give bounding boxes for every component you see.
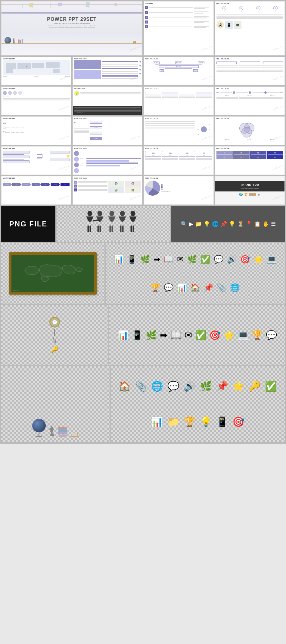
float-icon-7: 🌿 <box>187 255 197 264</box>
contents-item-5: 05 <box>145 25 212 28</box>
float-icon-8: ✅ <box>201 255 210 264</box>
svg-marker-15 <box>49 425 54 436</box>
float-icon-18: 📌 <box>204 283 213 292</box>
floating-icons-panel: 📊 📱 🌿 ➡ 📖 ✉ 🌿 ✅ 💬 🔊 🎯 ⭐ 💻 🏆 💬 📊 🏠 📌 📎 🌐 <box>106 243 285 304</box>
more-icon-13: 🏆 <box>184 416 196 428</box>
icon-clip: 📋 <box>254 221 261 227</box>
more-icon-8: ⭐ <box>232 380 244 392</box>
hero-slide-thumb[interactable]: POWER PPT 29SET Insert my subtitle or ma… <box>1 1 142 55</box>
arrows-slide: ADD A TITLE SLIDE ADD TEXT → ADD TEXT → … <box>215 57 285 85</box>
org-chart-slide: ADD A TITLE SLIDE TOPIC 1 TOPIC 2 TOPIC … <box>1 146 71 175</box>
green-3d-icons-panel: 📊 📱 🌿 ➡ 📖 ✉ ✅ 🎯 ⭐ 💻 🏆 💬 <box>109 305 285 365</box>
svg-rect-7 <box>110 226 111 232</box>
float-icon-9: 💬 <box>214 255 223 264</box>
svg-rect-5 <box>100 226 101 232</box>
svg-rect-8 <box>112 226 113 232</box>
g3d-icon-2: 📱 <box>132 330 143 340</box>
more-icon-11: 📊 <box>151 416 163 428</box>
float-icon-16: 📊 <box>177 283 187 292</box>
icon-globe: 🌐 <box>212 221 219 227</box>
icons-dark-panel: 🔍 ▶ 📁 💡 🌐 📌 💡 ⏳ 📍 📋 ✋ ☰ <box>171 206 285 242</box>
svg-point-9 <box>120 211 125 216</box>
more-icon-15: 📱 <box>216 416 228 428</box>
svg-point-12 <box>131 211 135 216</box>
step-item-2: 02 ADD TEXT ADD TEXT ADD TEXT ADD TEXT <box>3 126 70 129</box>
hero-title: POWER PPT 29SET <box>2 17 142 22</box>
png-row2: asadal.com 📊 📱 🌿 ➡ 📖 ✉ 🌿 ✅ 💬 🔊 🎯 ⭐ 💻 🏆 💬… <box>0 243 286 305</box>
step-bar-slide: ADD A TITLE SLIDE STEP 1 STEP 2 STEP 3 S… <box>1 176 71 205</box>
float-icon-5: 📖 <box>164 255 173 264</box>
icon-timer: ⏳ <box>237 221 244 227</box>
contents-item-3: 03 <box>145 16 212 19</box>
colored-blocks-slide: ADD A TITLE SLIDE 01 text more 02 text m… <box>215 146 285 175</box>
g3d-icon-7: ✅ <box>195 330 206 340</box>
float-icon-3: 🌿 <box>140 255 150 264</box>
page-wrapper: POWER PPT 29SET Insert my subtitle or ma… <box>0 0 286 444</box>
float-icon-19: 📎 <box>217 283 226 292</box>
icon-folder: 📁 <box>195 221 202 227</box>
svg-rect-10 <box>120 226 122 232</box>
float-icon-6: ✉ <box>177 255 184 264</box>
timeline-slide: ADD A TITLE SLIDE ADD TEXT ADD TEXT ADD … <box>144 87 214 115</box>
icon-bulb: 💡 <box>204 221 210 227</box>
quote-slide: ADD A TITLE SLIDE " ADD TEXT ADD TEXT <box>73 116 143 145</box>
png-label: PNG FILE <box>9 220 48 228</box>
hexagon-slide: ADD A TITLE SLIDE 01 02 03 04 asadal.com <box>1 87 71 115</box>
thankyou-slide: THANK YOU Insert my subtitle or main aut… <box>215 176 285 205</box>
svg-rect-4 <box>98 226 99 232</box>
png-section: PNG FILE <box>0 206 286 243</box>
more-icon-2: 📎 <box>135 380 147 392</box>
float-icon-12: ⭐ <box>253 255 263 264</box>
float-icon-14: 🏆 <box>151 283 160 292</box>
more-icon-1: 🏠 <box>119 380 131 392</box>
silhouettes-panel <box>57 206 170 242</box>
contents-slide: Contents 01 02 03 04 <box>144 1 214 55</box>
g3d-icon-11: 🏆 <box>252 330 263 340</box>
numbered-images-slide: ADD A TITLE SLIDE 01 02 03 <box>73 176 143 205</box>
g3d-icon-9: ⭐ <box>223 330 235 340</box>
contents-item-2: 02 <box>145 11 212 14</box>
watermark-contents: asadal.com <box>201 45 212 51</box>
clock-objects-panel: 🕐 🔑 <box>1 305 108 365</box>
g3d-icon-8: 🎯 <box>209 330 220 340</box>
thankyou-subtitle: Insert my subtitle or main author's name… <box>241 188 259 189</box>
more-icon-12: 📁 <box>167 416 179 428</box>
process-slide: ADD A TITLE SLIDE START FINISH ADD TEXT … <box>215 87 285 115</box>
float-icon-1: 📊 <box>114 255 123 264</box>
more-icon-16: 🎯 <box>232 416 244 428</box>
float-icon-10: 🔊 <box>227 255 237 264</box>
eiffel-svg <box>49 425 55 437</box>
svg-rect-2 <box>90 226 91 232</box>
float-icon-13: 💻 <box>267 255 276 264</box>
icon-box-4: ⊗ 04 <box>273 6 278 12</box>
silhouettes-svg <box>59 209 168 239</box>
png-label-box: PNG FILE <box>1 206 55 242</box>
contents-item-1: 01 <box>145 6 212 9</box>
icon-play: ▶ <box>189 221 193 227</box>
bulb-banner-slide: ADD A TITLE SLIDE 💡 asadal INTERNET,INC.… <box>73 87 143 115</box>
icon-share: ☰ <box>271 221 276 227</box>
icon-hand: ✋ <box>263 221 269 227</box>
slide-label-1: ADD A TITLE SLIDE <box>216 3 284 4</box>
numbered-boxes-slide: ADD A TITLE SLIDE ADD TEXT ADD TEXT ADD … <box>144 57 214 85</box>
icon-idea: 💡 <box>229 221 235 227</box>
blackboard-map-svg <box>15 260 90 288</box>
more-icon-9: 🔑 <box>249 380 261 392</box>
icon-search: 🔍 <box>181 221 187 227</box>
icon-box-1: ⊙ 01 <box>222 6 226 12</box>
more-icons-panel: 🏠 📎 🌐 💬 🔊 🌿 📌 ⭐ 🔑 ✅ 📊 📁 🏆 💡 📱 🎯 <box>111 366 285 442</box>
slide-icons-top: ADD A TITLE SLIDE ⊙ 01 ⊕ 02 ◎ 03 ⊗ 04 <box>215 1 285 55</box>
svg-point-3 <box>98 211 102 216</box>
venn-slide: ADD A TITLE SLIDE COMMON ADD TEXT ADD TE… <box>215 116 285 145</box>
step-item-1: 01 ADD TEXT ADD TEXT ADD TEXT ADD TEXT <box>3 121 70 124</box>
desk-scene-panel <box>1 366 110 442</box>
pie-slide: ADD A TITLE SLIDE AIR FOIL ADD TEXT ADD … <box>144 176 214 205</box>
numbered-list-slide: ADD A TITLE SLIDE 01 ADD TEXT ADD TEXT A… <box>1 116 71 145</box>
thankyou-title: THANK YOU <box>241 183 259 186</box>
icon-pin: 📌 <box>220 221 227 227</box>
svg-rect-1 <box>88 226 89 232</box>
more-icon-3: 🌐 <box>151 380 163 392</box>
g3d-icon-12: 💬 <box>266 330 277 340</box>
more-icon-7: 📌 <box>216 380 228 392</box>
svg-point-6 <box>110 211 114 216</box>
